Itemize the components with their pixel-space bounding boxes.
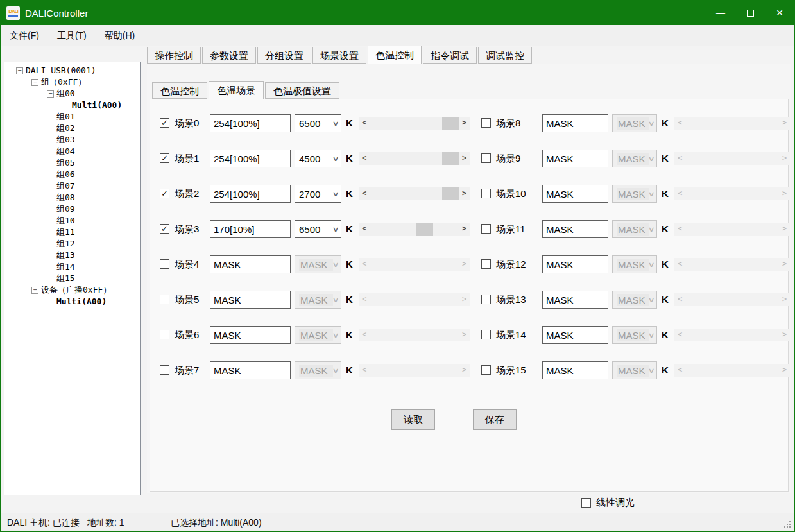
cct-scrollbar[interactable]: < > xyxy=(674,223,790,236)
read-button[interactable]: 读取 xyxy=(391,409,435,430)
scrollbar-track[interactable] xyxy=(370,258,459,271)
scroll-left-icon[interactable]: < xyxy=(359,117,370,130)
cct-combo[interactable]: 2700 ∨ xyxy=(295,185,341,203)
tree-item[interactable]: − DALI USB(0001) xyxy=(4,65,140,76)
tree-item[interactable]: 组10 xyxy=(4,215,140,227)
scrollbar-track[interactable] xyxy=(370,329,459,341)
cct-scrollbar[interactable]: < > xyxy=(359,364,470,377)
scrollbar-track[interactable] xyxy=(685,364,779,377)
scroll-right-icon[interactable]: > xyxy=(779,152,790,165)
tab-parameter-settings[interactable]: 参数设置 xyxy=(202,47,256,64)
tab-scene-settings[interactable]: 场景设置 xyxy=(312,47,366,64)
scroll-left-icon[interactable]: < xyxy=(674,364,685,377)
tree-item[interactable]: − 设备（广播0xFF） xyxy=(4,284,140,296)
scene-level-input[interactable] xyxy=(542,150,608,167)
scroll-left-icon[interactable]: < xyxy=(674,223,685,236)
cct-scrollbar[interactable]: < > xyxy=(674,329,790,341)
scrollbar-track[interactable] xyxy=(685,223,779,236)
scroll-left-icon[interactable]: < xyxy=(674,152,685,165)
scroll-right-icon[interactable]: > xyxy=(779,364,790,377)
scroll-left-icon[interactable]: < xyxy=(359,258,370,271)
scrollbar-track[interactable] xyxy=(685,152,779,165)
scroll-right-icon[interactable]: > xyxy=(459,364,470,377)
cct-combo[interactable]: MASK ∨ xyxy=(612,150,657,167)
cct-scrollbar[interactable]: < > xyxy=(674,152,790,165)
cct-combo[interactable]: MASK ∨ xyxy=(295,291,341,309)
scrollbar-track[interactable] xyxy=(685,187,779,200)
cct-scrollbar[interactable]: < > xyxy=(674,187,790,200)
scene-checkbox[interactable] xyxy=(481,224,491,234)
subtab-color-temp-control[interactable]: 色温控制 xyxy=(152,82,207,99)
cct-combo[interactable]: MASK ∨ xyxy=(612,291,657,309)
scene-checkbox[interactable]: ✓ xyxy=(160,224,169,234)
scene-level-input[interactable] xyxy=(542,185,608,203)
scroll-left-icon[interactable]: < xyxy=(359,329,370,341)
scroll-left-icon[interactable]: < xyxy=(359,293,370,306)
cct-combo[interactable]: 6500 ∨ xyxy=(295,220,341,238)
save-button[interactable]: 保存 xyxy=(473,409,517,430)
cct-combo[interactable]: 6500 ∨ xyxy=(295,114,341,132)
scroll-left-icon[interactable]: < xyxy=(674,187,685,200)
cct-combo[interactable]: MASK ∨ xyxy=(612,220,657,238)
scrollbar-track[interactable] xyxy=(370,152,459,165)
linear-dimming-checkbox[interactable] xyxy=(581,498,591,508)
scroll-right-icon[interactable]: > xyxy=(459,223,470,236)
cct-combo[interactable]: MASK ∨ xyxy=(612,255,657,273)
scene-level-input[interactable] xyxy=(542,255,608,273)
cct-scrollbar[interactable]: < > xyxy=(674,364,790,377)
tree-item[interactable]: 组02 xyxy=(4,123,140,134)
scroll-right-icon[interactable]: > xyxy=(459,258,470,271)
tree-item[interactable]: 组06 xyxy=(4,169,140,180)
scrollbar-track[interactable] xyxy=(370,117,459,130)
close-button[interactable]: ✕ xyxy=(765,1,794,25)
cct-scrollbar[interactable]: < > xyxy=(674,117,790,130)
cct-scrollbar[interactable]: < > xyxy=(359,117,470,130)
tree-item[interactable]: 组09 xyxy=(4,203,140,215)
menu-tools[interactable]: 工具(T) xyxy=(48,25,96,45)
scroll-right-icon[interactable]: > xyxy=(459,152,470,165)
scene-checkbox[interactable] xyxy=(481,153,491,163)
tree-item[interactable]: 组08 xyxy=(4,192,140,203)
tree-item[interactable]: 组14 xyxy=(4,261,140,273)
tree-expander-icon[interactable]: − xyxy=(31,287,38,294)
scroll-right-icon[interactable]: > xyxy=(779,293,790,306)
scroll-left-icon[interactable]: < xyxy=(359,364,370,377)
scrollbar-track[interactable] xyxy=(370,364,459,377)
scene-level-input[interactable] xyxy=(542,291,608,309)
tree-item[interactable]: 组04 xyxy=(4,146,140,157)
scroll-right-icon[interactable]: > xyxy=(779,329,790,341)
menu-help[interactable]: 帮助(H) xyxy=(96,25,144,45)
scroll-right-icon[interactable]: > xyxy=(779,258,790,271)
scroll-left-icon[interactable]: < xyxy=(674,117,685,130)
cct-combo[interactable]: MASK ∨ xyxy=(612,361,657,379)
maximize-button[interactable] xyxy=(735,1,765,25)
scroll-left-icon[interactable]: < xyxy=(674,293,685,306)
cct-combo[interactable]: 4500 ∨ xyxy=(295,150,341,167)
scene-level-input[interactable] xyxy=(542,114,608,132)
scroll-right-icon[interactable]: > xyxy=(779,117,790,130)
scene-checkbox[interactable] xyxy=(481,365,491,375)
scene-level-input[interactable] xyxy=(542,326,608,344)
tree-item[interactable]: 组05 xyxy=(4,157,140,169)
cct-scrollbar[interactable]: < > xyxy=(359,187,470,200)
scroll-right-icon[interactable]: > xyxy=(459,293,470,306)
scene-level-input[interactable] xyxy=(210,114,291,132)
tree-item[interactable]: 组11 xyxy=(4,227,140,238)
scroll-left-icon[interactable]: < xyxy=(674,329,685,341)
cct-scrollbar[interactable]: < > xyxy=(359,152,470,165)
tab-debug-monitor[interactable]: 调试监控 xyxy=(478,47,532,64)
minimize-button[interactable]: — xyxy=(706,1,735,25)
scroll-right-icon[interactable]: > xyxy=(459,187,470,200)
tree-item[interactable]: 组01 xyxy=(4,111,140,123)
scroll-right-icon[interactable]: > xyxy=(459,117,470,130)
scene-checkbox[interactable] xyxy=(160,365,169,375)
tree-expander-icon[interactable]: − xyxy=(47,90,54,98)
scene-checkbox[interactable] xyxy=(160,259,169,269)
subtab-color-temp-scene[interactable]: 色温场景 xyxy=(209,81,264,99)
cct-scrollbar[interactable]: < > xyxy=(359,329,470,341)
cct-scrollbar[interactable]: < > xyxy=(674,258,790,271)
scrollbar-track[interactable] xyxy=(685,258,779,271)
scrollbar-thumb[interactable] xyxy=(442,187,459,200)
scroll-right-icon[interactable]: > xyxy=(779,223,790,236)
subtab-color-temp-limits[interactable]: 色温极值设置 xyxy=(265,82,339,99)
